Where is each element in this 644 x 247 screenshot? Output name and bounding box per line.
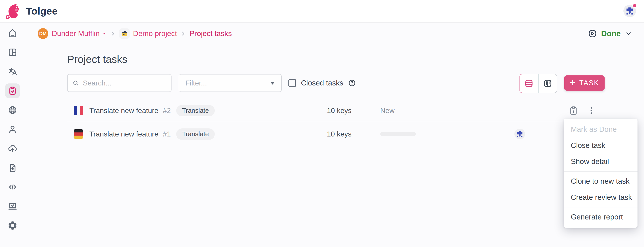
board-view-icon bbox=[543, 78, 553, 88]
chevron-down-icon bbox=[625, 30, 632, 37]
filter-placeholder: Filter... bbox=[186, 79, 270, 87]
status-filter-label: Done bbox=[601, 29, 621, 38]
task-detail-button[interactable] bbox=[568, 105, 579, 116]
breadcrumb-current-page: Project tasks bbox=[190, 29, 232, 38]
task-row-1[interactable]: Translate new feature #1 Translate 10 ke… bbox=[67, 122, 638, 146]
help-icon[interactable] bbox=[348, 79, 356, 87]
closed-tasks-checkbox[interactable] bbox=[288, 79, 296, 87]
task-keys-count: 10 keys bbox=[314, 106, 352, 115]
view-mode-toggle bbox=[520, 74, 557, 93]
dropdown-caret-icon bbox=[270, 82, 275, 85]
task-row-2[interactable]: Translate new feature #2 Translate 10 ke… bbox=[67, 99, 638, 122]
closed-tasks-toggle: Closed tasks bbox=[288, 74, 356, 92]
sidebar-nav bbox=[0, 23, 25, 247]
sidebar-item-tasks[interactable] bbox=[5, 83, 20, 98]
tolgee-project-tasks-screen: Tolgee DM Dunder Muff bbox=[0, 0, 644, 247]
assignee-avatar bbox=[514, 129, 525, 139]
flag-germany-icon bbox=[74, 129, 83, 139]
puzzle-avatar-icon bbox=[516, 131, 524, 137]
closed-tasks-label: Closed tasks bbox=[301, 79, 343, 87]
task-menu-button[interactable] bbox=[586, 105, 597, 116]
menu-item-generate-report[interactable]: Generate report bbox=[564, 209, 638, 225]
user-avatar[interactable] bbox=[624, 5, 636, 17]
home-icon bbox=[8, 28, 18, 38]
sidebar-item-integrate[interactable] bbox=[5, 180, 20, 194]
sidebar-item-members[interactable] bbox=[5, 122, 20, 137]
task-keys-count: 10 keys bbox=[314, 130, 352, 138]
notification-dot bbox=[632, 3, 637, 8]
task-progress-bar bbox=[380, 132, 416, 136]
menu-divider bbox=[564, 171, 638, 172]
list-view-icon bbox=[524, 78, 534, 88]
sidebar-item-languages[interactable] bbox=[5, 103, 20, 117]
breadcrumb-org[interactable]: Dunder Mufflin bbox=[52, 29, 107, 38]
filter-dropdown[interactable]: Filter... bbox=[179, 74, 282, 92]
breadcrumb-project[interactable]: Demo project bbox=[133, 29, 177, 38]
task-title: Translate new feature bbox=[89, 106, 158, 115]
sidebar-item-dashboard[interactable] bbox=[5, 45, 20, 60]
menu-item-clone-to-new-task[interactable]: Clone to new task bbox=[564, 173, 638, 189]
play-circle-icon bbox=[588, 29, 597, 38]
task-number: #1 bbox=[163, 130, 171, 138]
search-input-wrapper bbox=[67, 74, 172, 92]
clipboard-check-icon bbox=[8, 86, 18, 96]
page-title: Project tasks bbox=[67, 53, 128, 65]
laptop-check-icon bbox=[8, 201, 18, 212]
chevron-right-icon bbox=[110, 31, 116, 36]
vertical-dots-icon bbox=[587, 106, 596, 115]
project-cheese-icon bbox=[119, 28, 130, 39]
task-type-badge: Translate bbox=[176, 128, 215, 140]
file-download-icon bbox=[8, 163, 18, 173]
list-view-button[interactable] bbox=[520, 74, 538, 93]
task-context-menu: Mark as Done Close task Show detail Clon… bbox=[564, 119, 638, 228]
task-type-badge: Translate bbox=[176, 105, 215, 116]
menu-item-show-detail[interactable]: Show detail bbox=[564, 154, 638, 170]
menu-item-mark-as-done: Mark as Done bbox=[564, 121, 638, 137]
sidebar-item-import[interactable] bbox=[5, 141, 20, 156]
menu-divider bbox=[564, 207, 638, 207]
person-icon bbox=[8, 124, 18, 134]
top-bar: Tolgee bbox=[0, 0, 644, 22]
sidebar-item-translations[interactable] bbox=[5, 64, 20, 79]
sidebar-item-developer-tools[interactable] bbox=[5, 199, 20, 214]
dashboard-icon bbox=[8, 47, 18, 57]
task-state: New bbox=[380, 106, 394, 115]
add-task-button[interactable]: + TASK bbox=[564, 75, 604, 91]
sidebar-item-settings[interactable] bbox=[5, 218, 20, 233]
tolgee-logo[interactable]: Tolgee bbox=[6, 2, 58, 20]
task-number: #2 bbox=[163, 106, 171, 115]
search-input[interactable] bbox=[83, 79, 166, 87]
flag-france-icon bbox=[74, 106, 83, 115]
tolgee-mouse-icon bbox=[6, 2, 21, 20]
breadcrumb: DM Dunder Mufflin Demo project Project t… bbox=[38, 26, 232, 41]
task-list: Translate new feature #2 Translate 10 ke… bbox=[67, 99, 638, 146]
brand-name: Tolgee bbox=[26, 5, 58, 17]
puzzle-avatar-icon bbox=[625, 7, 634, 14]
code-icon bbox=[8, 182, 18, 192]
chevron-right-icon bbox=[180, 31, 186, 36]
caret-down-icon bbox=[102, 31, 107, 36]
clipboard-info-icon bbox=[568, 105, 578, 116]
org-avatar[interactable]: DM bbox=[38, 28, 48, 39]
sidebar-item-export[interactable] bbox=[5, 160, 20, 175]
search-icon bbox=[72, 79, 79, 87]
globe-icon bbox=[8, 105, 18, 115]
sidebar-item-home[interactable] bbox=[5, 26, 20, 40]
status-filter-dropdown[interactable]: Done bbox=[588, 27, 632, 40]
menu-item-create-review-task[interactable]: Create review task bbox=[564, 189, 638, 205]
board-view-button[interactable] bbox=[538, 74, 557, 93]
menu-item-close-task[interactable]: Close task bbox=[564, 137, 638, 154]
cloud-upload-icon bbox=[8, 143, 18, 154]
task-row-actions bbox=[568, 105, 597, 116]
task-title: Translate new feature bbox=[89, 130, 158, 138]
gear-icon bbox=[8, 220, 18, 231]
translate-icon bbox=[8, 66, 18, 77]
